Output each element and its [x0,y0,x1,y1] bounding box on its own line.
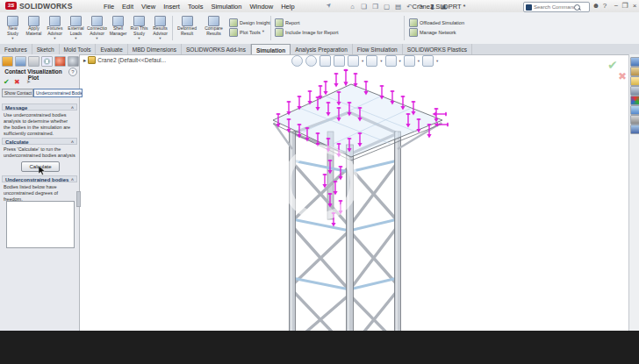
new-study-button[interactable]: NewStudy ▾ [2,14,24,43]
dimxpert-manager-icon[interactable] [41,56,53,67]
custom-properties-icon[interactable] [630,115,639,125]
help-icon[interactable]: ? [68,68,77,76]
offloaded-simulation-group: Offloaded Simulation Manage Network [409,18,464,37]
pin-icon[interactable]: ➤ [26,78,31,86]
panel-mode-tabs: Show Contact Underconstrained Bodies [2,89,83,97]
new-document-button[interactable]: ❏ [359,3,369,11]
menu-pin-icon[interactable]: ➤ [325,1,334,10]
zoom-to-fit-icon[interactable] [291,55,303,67]
tab-simulation[interactable]: Simulation [251,44,291,54]
document-breadcrumb[interactable]: ▸ Crane2 (Default<<Defaul... [83,56,166,64]
menu-file[interactable]: File [104,3,114,11]
menu-simulation[interactable]: Simulation [211,3,241,11]
tab-evaluate[interactable]: Evaluate [96,44,127,54]
calculate-section-header[interactable]: Calculate ^ [2,138,77,145]
design-library-icon[interactable] [630,67,639,76]
simulation-manager-icon[interactable] [68,56,79,67]
menu-tools[interactable]: Tools [188,3,204,11]
external-loads-advisor-button[interactable]: External LoadsAdvisor ▾ [65,14,87,43]
deformed-result-button[interactable]: DeformedResult [175,14,199,43]
home-button[interactable]: ⌂ [348,3,357,11]
plot-tools-button[interactable]: Plot Tools ▾ [229,27,270,37]
underconstrained-bodies-tab[interactable]: Underconstrained Bodies [33,89,83,97]
tab-mold-tools[interactable]: Mold Tools [60,44,97,54]
configuration-manager-icon[interactable] [28,56,39,67]
ribbon-separator [172,16,173,40]
video-play-overlay[interactable] [283,145,358,220]
menu-window[interactable]: Window [249,3,273,11]
chevron-down-icon: ▾ [45,37,65,41]
show-contact-tab[interactable]: Show Contact [2,89,33,97]
edit-appearance-icon[interactable] [404,55,415,67]
ribbon-separator [404,16,405,40]
featuremanager-tree-icon[interactable] [15,56,26,67]
tab-features[interactable]: Features [0,44,32,54]
tab-solidworks-plastics[interactable]: SOLIDWORKS Plastics [403,44,472,54]
cancel-button[interactable]: ✖ [14,78,20,86]
display-manager-icon[interactable] [54,56,66,67]
underconstrained-bodies-list[interactable] [6,201,75,248]
zoom-to-area-icon[interactable] [305,55,317,67]
minimize-button[interactable]: − [612,1,621,11]
view-palette-icon[interactable] [630,86,639,96]
underconstrained-bodies-section-header[interactable]: Underconstrained bodies ^ [2,175,77,182]
close-button[interactable]: × [630,1,639,11]
run-study-icon [133,16,145,26]
search-icon[interactable] [574,4,580,11]
collapse-icon[interactable]: ^ [71,176,74,183]
shell-manager-button[interactable]: ShellManager [107,14,129,43]
login-icon[interactable]: ☻ [592,1,600,11]
confirmation-corner-ok-icon[interactable]: ✔ [607,58,618,72]
design-insight-button[interactable]: Design Insight [229,18,270,27]
tab-solidworks-addins[interactable]: SOLIDWORKS Add-Ins [182,44,251,54]
report-group: Report Include Image for Report [275,18,339,37]
appearances-icon[interactable] [630,96,639,105]
collapse-icon[interactable]: ^ [71,104,74,111]
restore-button[interactable]: ❐ [621,1,629,11]
ok-button[interactable]: ✔ [4,78,10,86]
study-wrench-icon[interactable] [2,56,13,67]
help-button[interactable]: ? [600,1,609,11]
dassault-logo-icon: 3S [5,2,17,10]
menu-view[interactable]: View [141,3,155,11]
results-advisor-button[interactable]: ResultsAdvisor ▾ [149,14,171,43]
search-commands-box[interactable] [523,2,590,12]
display-style-icon[interactable] [366,55,377,67]
message-section-header[interactable]: Message ^ [2,103,77,111]
apply-material-button[interactable]: ApplyMaterial [23,14,45,43]
offloaded-simulation-button[interactable]: Offloaded Simulation [409,18,464,27]
compare-results-button[interactable]: CompareResults [200,14,227,43]
file-explorer-icon[interactable] [630,76,639,86]
section-view-icon[interactable] [334,55,345,67]
menu-edit[interactable]: Edit [122,3,133,11]
new-study-icon [7,16,18,26]
connections-advisor-button[interactable]: ConnectionsAdvisor ▾ [86,14,108,43]
chevron-down-icon: ▾ [150,37,170,41]
previous-view-icon[interactable] [320,55,331,67]
tab-sketch[interactable]: Sketch [32,44,60,54]
view-settings-icon[interactable] [422,55,434,67]
scenes-icon[interactable] [630,105,639,115]
include-image-for-report-button[interactable]: Include Image for Report [275,27,339,37]
search-input[interactable] [534,4,574,10]
chevron-down-icon: ▾ [87,37,107,41]
manage-network-button[interactable]: Manage Network [409,27,464,37]
view-orientation-icon[interactable] [348,55,359,67]
forum-icon[interactable] [630,125,639,134]
tab-flow-simulation[interactable]: Flow Simulation [353,44,403,54]
panel-splitter-handle[interactable] [76,191,81,207]
collapse-icon[interactable]: ^ [71,139,74,146]
resources-icon[interactable] [630,57,639,67]
fixtures-advisor-button[interactable]: FixturesAdvisor ▾ [44,14,66,43]
tab-analysis-preparation[interactable]: Analysis Preparation [291,44,353,54]
run-this-study-button[interactable]: Run ThisStudy ▾ [128,14,150,43]
tab-mbd-dimensions[interactable]: MBD Dimensions [128,44,182,54]
hide-show-items-icon[interactable] [385,55,397,67]
report-button[interactable]: Report [275,18,339,27]
include-image-icon [275,28,284,37]
menu-insert[interactable]: Insert [163,3,180,11]
menu-help[interactable]: Help [281,3,294,11]
confirmation-corner-cancel-icon[interactable]: ✖ [618,70,627,82]
report-icon [275,18,284,27]
chevron-down-icon: ▾ [3,37,23,41]
